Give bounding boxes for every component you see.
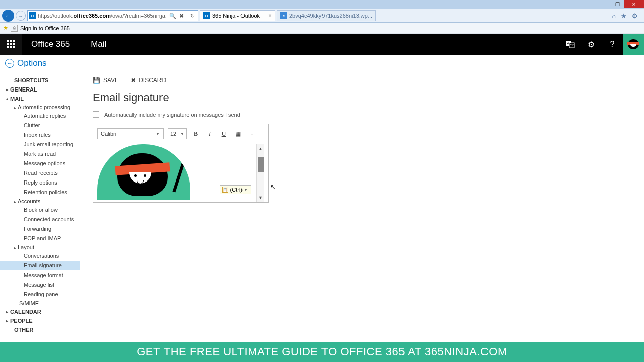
window-close[interactable]: ✕ [624,0,644,8]
options-label: Options [17,58,47,68]
sidebar-item-automatic-replies[interactable]: Automatic replies [0,111,80,121]
scroll-thumb[interactable] [258,157,264,172]
sidebar-item-reply-options[interactable]: Reply options [0,178,80,188]
tab-label: 365 Ninja - Outlook [212,13,260,19]
bookmark-link[interactable]: Sign in to Office 365 [20,25,70,31]
sidebar-item-message-options[interactable]: Message options [0,159,80,168]
font-size-select[interactable]: 12 ▼ [168,128,187,139]
sidebar-item-clutter[interactable]: Clutter [0,121,80,130]
signature-editor: Calibri ▼ 12 ▼ B I U ▦ ⌄ [93,124,269,203]
sidebar-item-reading-pane[interactable]: Reading pane [0,290,80,299]
favorites-icon[interactable]: ★ [621,12,627,20]
bookmark-favicon-icon: ⎙ [11,25,18,32]
sidebar-general[interactable]: GENERAL [0,85,80,94]
back-arrow-icon: ← [5,59,14,68]
sidebar-accounts[interactable]: Accounts [0,197,80,205]
sidebar-shortcuts[interactable]: SHORTCUTS [0,76,80,85]
tab-secondary[interactable]: e 2bvq4c49kky971kus268ni13.wp... [277,10,376,21]
scroll-down-icon[interactable]: ▼ [257,193,264,202]
o365-header: Office 365 Mail A字 ⚙ ? [0,34,644,55]
sidebar-layout[interactable]: Layout [0,243,80,251]
sidebar-item-mark-as-read[interactable]: Mark as read [0,149,80,159]
brand-label[interactable]: Office 365 [22,39,79,49]
sidebar-item-email-signature[interactable]: Email signature [0,261,80,270]
sidebar-item-smime[interactable]: S/MIME [0,299,80,307]
ie-favicon-icon: e [280,12,287,19]
search-icon[interactable]: 🔍 [169,13,176,19]
svg-text:A: A [567,41,570,46]
sidebar-other[interactable]: OTHER [0,325,80,334]
tab-label: 2bvq4c49kky971kus268ni13.wp... [289,13,372,19]
sidebar-item-message-format[interactable]: Message format [0,270,80,280]
outlook-favicon-icon: O [29,12,36,19]
sidebar-item-message-list[interactable]: Message list [0,280,80,290]
save-label: SAVE [103,77,119,84]
ctrl-label: (Ctrl) [230,187,243,193]
window-maximize[interactable]: ❐ [611,0,624,8]
window-titlebar: — ❐ ✕ [0,0,644,9]
paste-options-tooltip[interactable]: 📋 (Ctrl) ▾ [220,185,251,194]
options-back-link[interactable]: ← Options [0,55,644,72]
scroll-up-icon[interactable]: ▲ [257,144,264,153]
app-launcher-button[interactable] [0,34,22,55]
nav-forward-button[interactable]: → [16,11,26,21]
font-value: Calibri [101,131,116,137]
sidebar-item-conversations[interactable]: Conversations [0,251,80,261]
double-chevron-down-icon: ⌄ [251,132,254,136]
url-text: https://outlook.office365.com/owa/?realm… [38,13,167,19]
chevron-down-icon: ▼ [180,132,184,136]
tab-outlook[interactable]: O 365 Ninja - Outlook × [200,10,275,21]
window-minimize[interactable]: — [599,0,611,8]
sidebar-automatic-processing[interactable]: Automatic processing [0,103,80,111]
auto-include-checkbox[interactable] [93,111,99,118]
refresh-icon[interactable]: ↻ [187,13,195,19]
address-bar[interactable]: O https://outlook.office365.com/owa/?rea… [27,10,198,21]
svg-text:字: 字 [570,44,574,47]
favorites-star-icon[interactable]: ★ [3,25,8,31]
more-formatting-button[interactable]: ⌄ [247,129,257,139]
italic-button[interactable]: I [205,129,215,139]
sidebar-item-block-allow[interactable]: Block or allow [0,205,80,215]
sidebar-item-read-receipts[interactable]: Read receipts [0,168,80,178]
sidebar-calendar[interactable]: CALENDAR [0,307,80,316]
settings-button[interactable]: ⚙ [581,34,602,55]
bold-button[interactable]: B [191,129,201,139]
save-icon: 💾 [93,77,100,84]
table-button[interactable]: ▦ [233,129,243,139]
promo-banner: GET THE FREE ULTIMATE GUIDE TO OFFICE 36… [0,342,644,362]
underline-button[interactable]: U [219,129,229,139]
font-family-select[interactable]: Calibri ▼ [97,128,164,139]
chevron-down-icon: ▾ [245,188,247,192]
sidebar-item-connected-accounts[interactable]: Connected accounts [0,215,80,224]
editor-toolbar: Calibri ▼ 12 ▼ B I U ▦ ⌄ [97,128,264,139]
editor-canvas[interactable]: 📋 (Ctrl) ▾ [97,144,256,202]
translate-icon: A字 [565,39,575,49]
waffle-icon [7,40,15,48]
sidebar-mail[interactable]: MAIL [0,94,80,103]
nav-back-button[interactable]: ← [2,10,14,22]
browser-toolbar: ← → O https://outlook.office365.com/owa/… [0,9,644,23]
ninja-avatar-icon [626,38,641,51]
tab-close-icon[interactable]: × [268,12,272,19]
sidebar-item-inbox-rules[interactable]: Inbox rules [0,130,80,140]
page-title: Email signature [93,91,632,104]
sidebar-item-pop-imap[interactable]: POP and IMAP [0,234,80,243]
translate-button[interactable]: A字 [559,34,581,55]
discard-button[interactable]: ✖ DISCARD [131,77,166,84]
help-button[interactable]: ? [602,34,623,55]
save-button[interactable]: 💾 SAVE [93,77,119,84]
sidebar-item-junk-email[interactable]: Junk email reporting [0,140,80,149]
sidebar-item-forwarding[interactable]: Forwarding [0,224,80,234]
size-value: 12 [170,131,176,137]
chevron-down-icon: ▼ [156,132,160,136]
sidebar-item-retention-policies[interactable]: Retention policies [0,188,80,197]
bookmarks-bar: ★ ⎙ Sign in to Office 365 [0,23,644,34]
discard-label: DISCARD [139,77,166,84]
home-icon[interactable]: ⌂ [612,12,616,20]
stop-icon[interactable]: ✖ [179,13,184,19]
editor-scrollbar[interactable]: ▲ ▼ [256,144,264,202]
user-avatar[interactable] [623,34,644,55]
tools-icon[interactable]: ⚙ [632,12,638,20]
outlook-favicon-icon: O [203,12,210,19]
sidebar-people[interactable]: PEOPLE [0,316,80,325]
